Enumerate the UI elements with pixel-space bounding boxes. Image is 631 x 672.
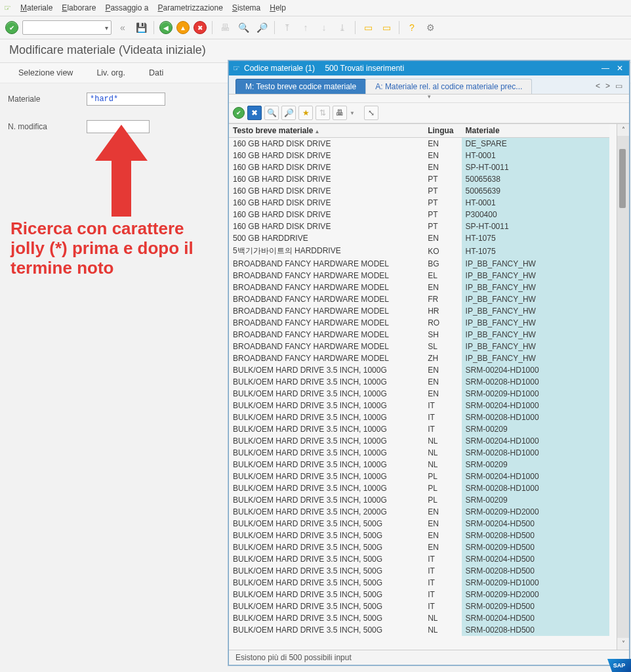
table-row[interactable]: BROADBAND FANCY HARDWARE MODELFRIP_BB_FA…	[229, 293, 609, 305]
cancel-button[interactable]: ✖	[193, 21, 207, 34]
next-page-icon[interactable]: ↓	[317, 20, 331, 35]
table-row[interactable]: 160 GB HARD DISK DRIVEPTSP-HT-0011	[229, 220, 609, 232]
print-icon[interactable]: 🖶	[218, 20, 232, 35]
tab-testo-breve[interactable]: M: Testo breve codice materiale	[235, 79, 366, 94]
table-row[interactable]: BULK/OEM HARD DRIVE 3.5 INCH, 1000GNLSRM…	[229, 459, 609, 471]
menu-parametrizzazione[interactable]: Parametrizzazione	[157, 3, 222, 12]
table-row[interactable]: BROADBAND FANCY HARDWARE MODELSLIP_BB_FA…	[229, 341, 609, 352]
table-row[interactable]: BULK/OEM HARD DRIVE 3.5 INCH, 1000GENSRM…	[229, 364, 609, 376]
menu-sistema[interactable]: Sistema	[232, 3, 260, 12]
restriction-collapse-icon[interactable]	[229, 94, 629, 103]
col-header-testo[interactable]: Testo breve materiale▲	[229, 124, 424, 138]
table-row[interactable]: BROADBAND FANCY HARDWARE MODELHRIP_BB_FA…	[229, 305, 609, 317]
sort-icon[interactable]: ⇅	[316, 106, 330, 120]
subbar-liv-org[interactable]: Liv. org.	[96, 68, 125, 77]
scroll-down-icon[interactable]: ˅	[622, 638, 625, 650]
table-row[interactable]: BULK/OEM HARD DRIVE 3.5 INCH, 500GITSRM-…	[229, 565, 609, 577]
table-row[interactable]: BULK/OEM HARD DRIVE 3.5 INCH, 1000GNLSRM…	[229, 447, 609, 459]
menu-passaggio-a[interactable]: Passaggio a	[105, 3, 148, 12]
nmodifica-input[interactable]	[87, 120, 150, 133]
tab-scroll-right-icon[interactable]: >	[605, 81, 610, 91]
scroll-up-icon[interactable]: ˄	[622, 124, 625, 136]
tab-list-icon[interactable]: ▭	[615, 81, 622, 91]
back-all-icon[interactable]: «	[115, 20, 130, 35]
menu-help[interactable]: Help	[270, 3, 286, 12]
table-row[interactable]: 500 GB HARDDRIVEENHT-1075	[229, 232, 609, 244]
command-field[interactable]: ▾	[22, 20, 112, 35]
print-icon[interactable]: 🖶	[333, 106, 347, 120]
table-row[interactable]: BULK/OEM HARD DRIVE 3.5 INCH, 500GITSRM-…	[229, 589, 609, 600]
subbar-dati[interactable]: Dati	[149, 68, 163, 77]
back-button[interactable]: ◀	[159, 21, 173, 34]
table-row[interactable]: BULK/OEM HARD DRIVE 3.5 INCH, 1000GITSRM…	[229, 423, 609, 435]
table-row[interactable]: BULK/OEM HARD DRIVE 3.5 INCH, 1000GPLSRM…	[229, 482, 609, 494]
table-row[interactable]: 5백기가바이트의 HARDDRIVEKOHT-1075	[229, 244, 609, 258]
table-row[interactable]: 160 GB HARD DISK DRIVEPT50065639	[229, 185, 609, 197]
table-row[interactable]: BROADBAND FANCY HARDWARE MODELSHIP_BB_FA…	[229, 329, 609, 341]
table-row[interactable]: BULK/OEM HARD DRIVE 3.5 INCH, 1000GENSRM…	[229, 388, 609, 400]
print-dropdown-icon[interactable]: ▼	[350, 110, 355, 116]
menu-materiale[interactable]: Materiale	[20, 3, 52, 12]
table-row[interactable]: BULK/OEM HARD DRIVE 3.5 INCH, 1000GITSRM…	[229, 411, 609, 423]
table-row[interactable]: 160 GB HARD DISK DRIVEENHT-0001	[229, 150, 609, 161]
tab-materiale-rel[interactable]: A: Materiale rel. al codice materiale pr…	[365, 79, 532, 94]
customize-icon[interactable]: ⚙	[423, 20, 438, 35]
table-row[interactable]: 160 GB HARD DISK DRIVEENSP-HT-0011	[229, 161, 609, 173]
table-row[interactable]: BULK/OEM HARD DRIVE 3.5 INCH, 500GITSRM-…	[229, 553, 609, 565]
table-row[interactable]: 160 GB HARD DISK DRIVEPT50065638	[229, 173, 609, 185]
find-icon[interactable]: 🔍	[236, 20, 251, 35]
table-row[interactable]: BROADBAND FANCY HARDWARE MODELZHIP_BB_FA…	[229, 352, 609, 364]
find-icon[interactable]: 🔍	[264, 106, 279, 120]
close-icon[interactable]: ✕	[615, 64, 625, 73]
new-search-button[interactable]: ✖	[247, 106, 262, 120]
cell-materiale: IP_BB_FANCY_HW	[462, 341, 609, 352]
subbar-selezione-view[interactable]: Selezione view	[18, 68, 73, 77]
table-row[interactable]: BULK/OEM HARD DRIVE 3.5 INCH, 500GNLSRM-…	[229, 612, 609, 624]
materiale-input[interactable]	[87, 93, 165, 106]
table-row[interactable]: BULK/OEM HARD DRIVE 3.5 INCH, 1000GNLSRM…	[229, 435, 609, 447]
table-row[interactable]: BULK/OEM HARD DRIVE 3.5 INCH, 2000GENSRM…	[229, 506, 609, 518]
accept-button[interactable]: ✔	[233, 107, 245, 119]
table-row[interactable]: 160 GB HARD DISK DRIVEPTP300400	[229, 209, 609, 220]
col-header-lingua[interactable]: Lingua	[424, 124, 461, 138]
table-row[interactable]: BULK/OEM HARD DRIVE 3.5 INCH, 500GITSRM-…	[229, 600, 609, 612]
personal-list-icon[interactable]: ★	[298, 106, 313, 120]
table-row[interactable]: 160 GB HARD DISK DRIVEENDE_SPARE	[229, 138, 609, 150]
generate-shortcut-icon[interactable]: ▭	[379, 20, 394, 35]
save-icon[interactable]: 💾	[134, 20, 148, 35]
table-row[interactable]: BROADBAND FANCY HARDWARE MODELENIP_BB_FA…	[229, 282, 609, 293]
menu-elaborare[interactable]: Elaborare	[62, 3, 96, 12]
new-session-icon[interactable]: ▭	[361, 20, 375, 35]
table-row[interactable]: BULK/OEM HARD DRIVE 3.5 INCH, 1000GPLSRM…	[229, 471, 609, 482]
popup-titlebar[interactable]: ☞ Codice materiale (1) 500 Trovati inser…	[229, 61, 629, 75]
cell-lingua: EN	[424, 161, 461, 173]
table-row[interactable]: 160 GB HARD DISK DRIVEPTHT-0001	[229, 197, 609, 209]
table-row[interactable]: BULK/OEM HARD DRIVE 3.5 INCH, 500GENSRM-…	[229, 530, 609, 541]
table-row[interactable]: BULK/OEM HARD DRIVE 3.5 INCH, 500GITSRM-…	[229, 577, 609, 589]
table-row[interactable]: BROADBAND FANCY HARDWARE MODELBGIP_BB_FA…	[229, 258, 609, 270]
table-row[interactable]: BROADBAND FANCY HARDWARE MODELROIP_BB_FA…	[229, 317, 609, 329]
scroll-thumb[interactable]	[619, 149, 626, 208]
find-next-icon[interactable]: 🔎	[281, 106, 296, 120]
enter-button[interactable]: ✔	[5, 21, 18, 34]
table-row[interactable]: BULK/OEM HARD DRIVE 3.5 INCH, 1000GITSRM…	[229, 400, 609, 411]
table-row[interactable]: BULK/OEM HARD DRIVE 3.5 INCH, 1000GPLSRM…	[229, 494, 609, 506]
vertical-scrollbar[interactable]: ˄ ˅	[617, 124, 629, 650]
exit-button[interactable]: ▲	[176, 21, 190, 34]
prev-page-icon[interactable]: ↑	[298, 20, 313, 35]
cell-lingua: FR	[424, 293, 461, 305]
first-page-icon[interactable]: ⤒	[280, 20, 295, 35]
table-row[interactable]: BULK/OEM HARD DRIVE 3.5 INCH, 1000GENSRM…	[229, 376, 609, 388]
find-next-icon[interactable]: 🔎	[254, 20, 269, 35]
table-row[interactable]: BULK/OEM HARD DRIVE 3.5 INCH, 500GNLSRM-…	[229, 624, 609, 636]
minimize-icon[interactable]: —	[600, 64, 611, 73]
last-page-icon[interactable]: ⤓	[335, 20, 350, 35]
tab-scroll-left-icon[interactable]: <	[596, 81, 600, 91]
help-icon[interactable]: ?	[405, 20, 419, 35]
table-header-row: Testo breve materiale▲ Lingua Materiale	[229, 124, 609, 138]
select-all-icon[interactable]: ⤡	[364, 106, 378, 120]
col-header-materiale[interactable]: Materiale	[462, 124, 609, 138]
table-row[interactable]: BROADBAND FANCY HARDWARE MODELELIP_BB_FA…	[229, 270, 609, 282]
table-row[interactable]: BULK/OEM HARD DRIVE 3.5 INCH, 500GENSRM-…	[229, 541, 609, 553]
table-row[interactable]: BULK/OEM HARD DRIVE 3.5 INCH, 500GENSRM-…	[229, 518, 609, 530]
